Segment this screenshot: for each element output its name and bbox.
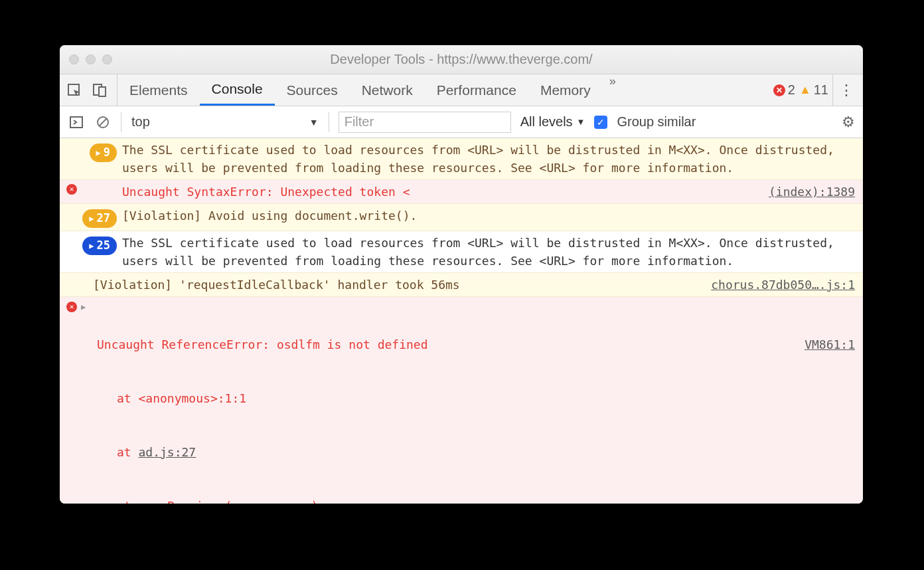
traffic-minimize[interactable] [86, 54, 96, 64]
window-title: Developer Tools - https://www.theverge.c… [330, 52, 592, 67]
tab-elements[interactable]: Elements [117, 74, 200, 106]
traffic-lights [69, 54, 112, 64]
svg-line-5 [99, 118, 107, 126]
group-badge[interactable]: ▶27 [82, 209, 117, 228]
expand-icon[interactable]: ▶ [81, 301, 86, 313]
group-similar-checkbox[interactable]: ✓ [594, 116, 607, 129]
levels-label: All levels [520, 114, 573, 130]
clear-console-icon[interactable] [94, 114, 112, 131]
warning-icon: ▲ [799, 83, 811, 97]
error-count-value: 2 [788, 82, 795, 98]
tab-sources[interactable]: Sources [275, 74, 350, 106]
traffic-close[interactable] [69, 54, 79, 64]
console-body: ▶9 The SSL certificate used to load reso… [60, 138, 863, 504]
context-value: top [131, 114, 150, 130]
tabs-overflow[interactable]: » [603, 74, 623, 106]
error-icon: ✕ [66, 184, 77, 195]
traffic-zoom[interactable] [102, 54, 112, 64]
kebab-menu[interactable]: ⋮ [832, 74, 859, 106]
console-toolbar: top ▼ Filter All levels ▼ ✓ Group simila… [60, 106, 863, 138]
error-count[interactable]: ✕ 2 [773, 82, 795, 98]
tab-console[interactable]: Console [200, 74, 275, 106]
chevron-down-icon: ▼ [309, 117, 319, 128]
filter-input[interactable]: Filter [339, 112, 511, 133]
inspect-icon[interactable] [66, 82, 82, 98]
console-message[interactable]: [Violation] 'requestIdleCallback' handle… [60, 273, 863, 297]
panel-tabbar: Elements Console Sources Network Perform… [60, 74, 863, 106]
source-link[interactable]: (index):1389 [762, 183, 855, 201]
group-similar-label: Group similar [617, 114, 696, 130]
error-icon: ✕ [773, 84, 785, 96]
svg-rect-2 [99, 87, 106, 96]
console-message[interactable]: ▶27 [Violation] Avoid using document.wri… [60, 204, 863, 231]
source-link[interactable]: chorus.87db050….js:1 [704, 276, 855, 294]
context-select[interactable]: top ▼ [131, 114, 319, 130]
filter-placeholder: Filter [345, 114, 374, 130]
chevron-down-icon: ▼ [577, 117, 585, 127]
message-text: Uncaught ReferenceError: osdlfm is not d… [97, 300, 855, 504]
source-link[interactable]: VM861:1 [798, 335, 855, 353]
tab-network[interactable]: Network [350, 74, 425, 106]
console-sidebar-toggle-icon[interactable] [68, 114, 85, 131]
log-levels-select[interactable]: All levels ▼ [520, 114, 585, 130]
device-toggle-icon[interactable] [92, 82, 108, 98]
error-icon: ✕ [66, 302, 77, 312]
message-text: [Violation] Avoid using document.write()… [122, 207, 855, 225]
message-text: Uncaught SyntaxError: Unexpected token < [122, 183, 757, 201]
warning-count[interactable]: ▲ 11 [799, 82, 828, 98]
group-badge[interactable]: ▶25 [82, 237, 117, 255]
source-link[interactable]: ad.js:27 [139, 445, 196, 459]
tab-performance[interactable]: Performance [425, 74, 528, 106]
console-message[interactable]: ▶9 The SSL certificate used to load reso… [60, 138, 863, 180]
titlebar: Developer Tools - https://www.theverge.c… [60, 45, 863, 74]
console-message[interactable]: ✕ Uncaught SyntaxError: Unexpected token… [60, 180, 863, 204]
message-text: The SSL certificate used to load resourc… [122, 141, 855, 177]
console-message[interactable]: ▶25 The SSL certificate used to load res… [60, 231, 863, 273]
group-badge[interactable]: ▶9 [90, 143, 117, 162]
message-text: The SSL certificate used to load resourc… [122, 234, 855, 270]
console-message[interactable]: ✕▶ Uncaught ReferenceError: osdlfm is no… [60, 297, 863, 504]
tab-memory[interactable]: Memory [528, 74, 603, 106]
devtools-window: Developer Tools - https://www.theverge.c… [60, 45, 863, 504]
message-text: [Violation] 'requestIdleCallback' handle… [93, 276, 699, 294]
settings-gear-icon[interactable]: ⚙ [842, 114, 855, 131]
warning-count-value: 11 [814, 82, 828, 98]
